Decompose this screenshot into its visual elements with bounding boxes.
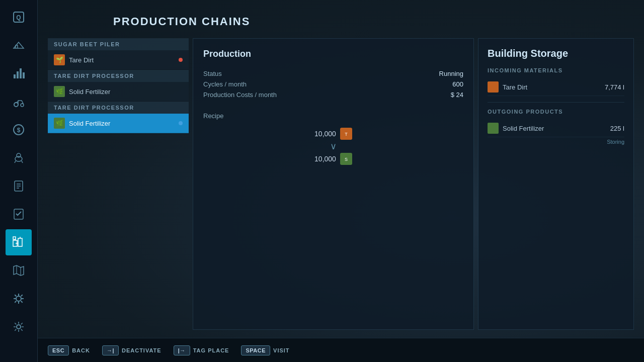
sidebar-item-missions[interactable] <box>6 201 32 227</box>
bottom-bar: ESC BACK →| DEACTIVATE |→ TAG PLACE SPAC… <box>38 338 644 362</box>
chain-item-solid-fertilizer-1[interactable]: 🌿 Solid Fertilizer <box>48 82 189 102</box>
svg-point-7 <box>21 104 24 107</box>
key-binding-back: ESC BACK <box>48 345 90 355</box>
chains-panel: SUGAR BEET PILER 🌱 Tare Dirt TARE DIRT P… <box>48 38 189 330</box>
sidebar-item-animals[interactable] <box>6 145 32 171</box>
svg-text:$: $ <box>17 127 21 134</box>
tare-dirt-icon: 🌱 <box>54 54 65 65</box>
visit-label: VISIT <box>273 347 290 353</box>
stats-table: Status Running Cycles / month 600 Produc… <box>203 68 463 100</box>
content-row: SUGAR BEET PILER 🌱 Tare Dirt TARE DIRT P… <box>48 38 634 330</box>
incoming-tare-dirt: Tare Dirt 7,774 l <box>488 78 624 96</box>
production-title: Production <box>203 49 463 59</box>
stats-row-costs: Production Costs / month $ 24 <box>203 89 463 100</box>
costs-value: $ 24 <box>451 91 463 99</box>
svg-rect-19 <box>13 237 16 239</box>
recipe-output: 10,000 S <box>314 153 352 165</box>
svg-point-27 <box>17 325 21 329</box>
incoming-tare-dirt-amount: 7,774 l <box>605 83 624 91</box>
svg-rect-2 <box>14 74 16 78</box>
solid-fertilizer-2-label: Solid Fertilizer <box>69 120 110 127</box>
incoming-tare-dirt-label: Tare Dirt <box>503 83 527 91</box>
section-header-tare-dirt-1: TARE DIRT PROCESSOR <box>48 70 189 82</box>
building-storage-panel: Building Storage INCOMING MATERIALS Tare… <box>478 38 634 330</box>
sidebar-item-map[interactable] <box>6 257 32 284</box>
tag-label: TAG PLACE <box>193 347 229 353</box>
storage-divider <box>488 102 624 103</box>
svg-rect-5 <box>23 72 25 78</box>
building-storage-title: Building Storage <box>488 48 624 59</box>
recipe-output-amount: 10,000 <box>314 155 336 163</box>
production-panel: Production Status Running Cycles / month… <box>193 38 474 330</box>
incoming-materials-header: INCOMING MATERIALS <box>488 67 624 73</box>
key-binding-deactivate: →| DEACTIVATE <box>102 345 162 355</box>
outgoing-fertilizer-amount: 225 l <box>610 125 624 132</box>
chain-item-tare-dirt[interactable]: 🌱 Tare Dirt <box>48 50 189 70</box>
deactivate-key: →| <box>102 345 119 355</box>
status-value: Running <box>439 70 463 77</box>
solid-fertilizer-2-icon: 🌿 <box>54 118 65 129</box>
recipe-input-icon: T <box>340 128 352 140</box>
solid-fertilizer-2-status-dot <box>179 121 183 125</box>
page-title: PRODUCTION CHAINS <box>113 15 634 28</box>
tare-dirt-status-dot <box>179 58 183 62</box>
sidebar-item-contracts[interactable] <box>6 173 32 199</box>
recipe-section: Recipe 10,000 T ∨ 10,000 S <box>203 112 463 165</box>
svg-point-6 <box>14 103 18 107</box>
solid-fertilizer-1-icon: 🌿 <box>54 86 65 97</box>
outgoing-fertilizer-label: Solid Fertilizer <box>503 125 544 132</box>
tare-dirt-label: Tare Dirt <box>69 56 94 64</box>
incoming-tare-dirt-icon <box>488 81 499 93</box>
sidebar: Q $ <box>0 0 38 362</box>
svg-point-11 <box>17 153 21 157</box>
svg-rect-33 <box>490 125 497 132</box>
sidebar-item-chart[interactable] <box>6 60 32 86</box>
stats-row-cycles: Cycles / month 600 <box>203 79 463 89</box>
sidebar-item-q[interactable]: Q <box>6 4 32 30</box>
sidebar-item-tractor[interactable] <box>6 88 32 115</box>
recipe-flow: 10,000 T ∨ 10,000 S <box>203 128 463 165</box>
recipe-title: Recipe <box>203 112 463 120</box>
section-header-tare-dirt-2: TARE DIRT PROCESSOR <box>48 102 189 114</box>
svg-text:T: T <box>345 132 348 137</box>
svg-text:S: S <box>345 157 348 162</box>
svg-rect-18 <box>18 238 22 246</box>
key-binding-visit: SPACE VISIT <box>241 345 289 355</box>
back-label: BACK <box>72 347 90 353</box>
key-binding-tag-place: |→ TAG PLACE <box>174 345 229 355</box>
outgoing-products-header: OUTGOING PRODUCTS <box>488 109 624 115</box>
section-header-sugar-beet: SUGAR BEET PILER <box>48 38 189 50</box>
outgoing-solid-fertilizer: Solid Fertilizer 225 l <box>488 120 624 137</box>
main-content: PRODUCTION CHAINS SUGAR BEET PILER 🌱 Tar… <box>38 0 644 362</box>
stats-row-status: Status Running <box>203 68 463 79</box>
esc-key[interactable]: ESC <box>48 345 69 355</box>
recipe-input-amount: 10,000 <box>314 130 336 138</box>
sidebar-item-settings[interactable] <box>6 314 32 340</box>
svg-rect-4 <box>20 68 22 78</box>
sidebar-item-money[interactable]: $ <box>6 117 32 143</box>
status-label: Status <box>203 70 222 77</box>
outgoing-fertilizer-status: Storing <box>488 137 624 149</box>
svg-text:Q: Q <box>16 14 21 21</box>
recipe-output-icon: S <box>340 153 352 165</box>
space-key[interactable]: SPACE <box>241 345 270 355</box>
cycles-label: Cycles / month <box>203 80 247 88</box>
deactivate-label: DEACTIVATE <box>122 347 162 353</box>
svg-point-26 <box>16 296 21 301</box>
recipe-input: 10,000 T <box>314 128 352 140</box>
sidebar-item-production[interactable] <box>6 229 32 255</box>
sidebar-item-machinery[interactable] <box>6 286 32 312</box>
svg-point-32 <box>490 83 497 90</box>
tag-key: |→ <box>174 345 190 355</box>
chain-item-solid-fertilizer-2[interactable]: 🌿 Solid Fertilizer <box>48 114 189 133</box>
recipe-arrow: ∨ <box>330 142 337 151</box>
sidebar-item-farm[interactable] <box>6 32 32 58</box>
svg-marker-23 <box>14 265 24 276</box>
outgoing-fertilizer-icon <box>488 123 499 134</box>
cycles-value: 600 <box>452 80 463 88</box>
costs-label: Production Costs / month <box>203 91 277 99</box>
svg-rect-3 <box>17 71 19 78</box>
solid-fertilizer-1-label: Solid Fertilizer <box>69 88 110 96</box>
